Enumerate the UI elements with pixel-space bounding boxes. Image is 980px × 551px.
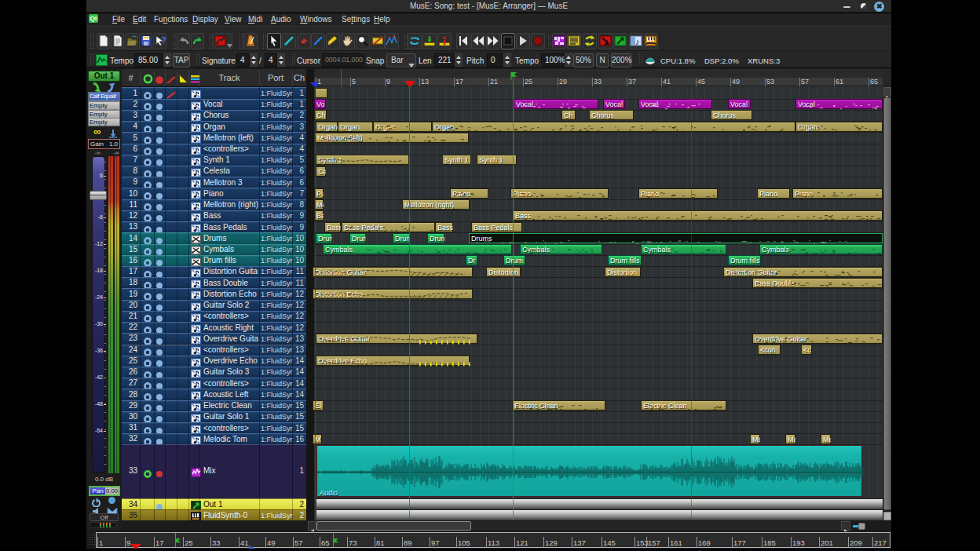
svg-text:?: ? bbox=[161, 35, 166, 45]
svg-text:♪: ♪ bbox=[635, 37, 640, 46]
